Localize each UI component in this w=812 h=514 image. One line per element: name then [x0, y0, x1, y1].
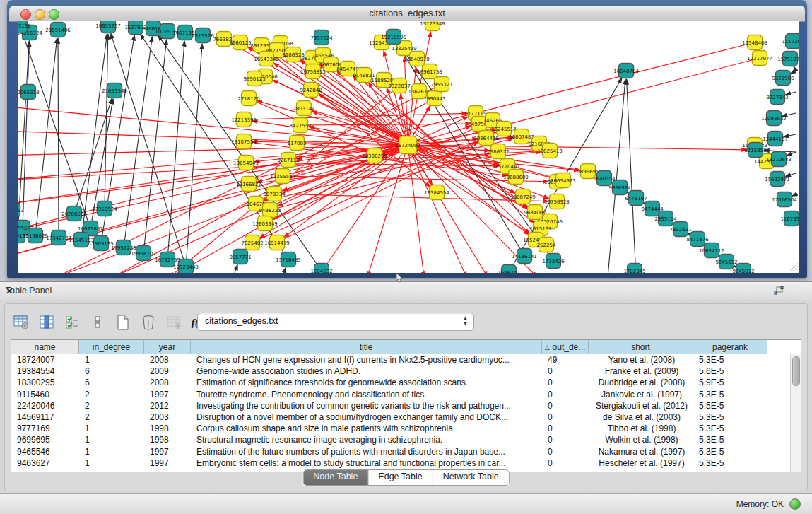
table-cell[interactable]: 1	[79, 434, 144, 445]
table-cell[interactable]: Disruption of a novel member of a sodium…	[191, 411, 542, 423]
graph-edge[interactable]	[167, 41, 184, 259]
table-cell[interactable]: 5.6E-5	[693, 366, 767, 377]
graph-edge[interactable]	[627, 79, 636, 273]
column-header-year[interactable]: year	[144, 340, 191, 354]
table-cell[interactable]: 9777169	[11, 423, 79, 434]
vertical-scrollbar[interactable]	[790, 354, 801, 472]
table-cell[interactable]: 1997	[144, 446, 191, 457]
graph-edge[interactable]	[18, 131, 408, 145]
column-header-in-degree[interactable]: in_degree	[79, 340, 144, 354]
graph-edge[interactable]	[792, 194, 796, 196]
column-header-out-de-[interactable]: △out_de...	[542, 340, 589, 354]
table-row[interactable]: 2242004622012Investigating the contribut…	[11, 400, 791, 411]
table-row[interactable]: 977716911998Corpus callosum shape and si…	[11, 423, 791, 434]
rows-icon[interactable]	[88, 313, 107, 332]
table-cell[interactable]: Structural magnetic resonance image aver…	[191, 434, 542, 445]
network-view-window[interactable]: citations_edges.txt 18724007766382286601…	[7, 0, 807, 278]
table-cell[interactable]: 9115460	[11, 389, 79, 400]
table-cell[interactable]: 0	[542, 423, 589, 434]
table-cell[interactable]: 0	[542, 400, 589, 411]
graph-edge[interactable]	[23, 33, 90, 228]
table-row[interactable]: 911546021997Tourette syndrome. Phenomeno…	[11, 389, 791, 400]
table-cell[interactable]: 0	[542, 377, 589, 388]
table-cell[interactable]: 6	[79, 377, 144, 388]
table-cell[interactable]: 2	[79, 389, 144, 400]
column-header-pagerank[interactable]: pagerank	[693, 340, 767, 354]
table-cell[interactable]: 18300295	[11, 377, 79, 388]
table-cell[interactable]: 1998	[144, 423, 191, 434]
table-cell[interactable]: 2	[79, 411, 144, 423]
table-cell[interactable]: 2008	[144, 377, 191, 388]
table-cell[interactable]: Genome-wide association studies in ADHD.	[191, 366, 542, 377]
table-cell[interactable]: 0	[542, 389, 589, 400]
table-cell[interactable]: Changes of HCN gene expression and I(f) …	[191, 354, 542, 366]
table-cell[interactable]: 5.3E-5	[693, 434, 767, 445]
network-graph[interactable]: 1872400776638228660125891295418226058982…	[18, 21, 799, 273]
table-cell[interactable]: 2008	[144, 354, 191, 366]
table-cell[interactable]: 18724007	[11, 354, 79, 366]
table-cell[interactable]: 5.3E-5	[693, 423, 767, 434]
table-cell[interactable]: Dudbridge et al. (2008)	[589, 377, 693, 388]
table-row[interactable]: 1872400712008Changes of HCN gene express…	[11, 354, 791, 366]
table-cell[interactable]: 0	[542, 366, 589, 377]
table-cell[interactable]: 19384554	[11, 366, 79, 377]
table-cell[interactable]: 5.3E-5	[693, 389, 767, 400]
table-cell[interactable]: 2009	[144, 366, 191, 377]
table-cell[interactable]: 1	[79, 423, 144, 434]
table-panel-titlebar[interactable]: Table Panel ✕	[0, 282, 812, 300]
table-cell[interactable]: 5.9E-5	[693, 377, 767, 388]
table-row[interactable]: 1830029562008Estimation of significance …	[11, 377, 791, 388]
table-cell[interactable]: Stergiakouli et al. (2012)	[589, 400, 693, 411]
column-header-short[interactable]: short	[589, 340, 693, 354]
graph-edge[interactable]	[284, 145, 408, 238]
graph-edge[interactable]	[794, 66, 796, 71]
table-cell[interactable]: 9463627	[11, 457, 79, 469]
table-cell[interactable]: Yano et al. (2008)	[589, 354, 693, 366]
table-cell[interactable]: 5.3E-5	[693, 446, 767, 457]
table-row[interactable]: 946554611997Estimation of the future num…	[11, 446, 791, 457]
table-cell[interactable]: 1997	[144, 389, 191, 400]
import-table-icon[interactable]	[165, 313, 183, 332]
table-cell[interactable]: 0	[542, 411, 589, 423]
table-cell[interactable]: 1	[79, 354, 144, 366]
column-select-icon[interactable]	[37, 313, 56, 332]
table-cell[interactable]: 1	[79, 457, 144, 469]
table-cell[interactable]: Tourette syndrome. Phenomenology and cla…	[191, 389, 542, 400]
tab-network-table[interactable]: Network Table	[433, 470, 509, 485]
graph-edge[interactable]	[790, 71, 796, 74]
tab-edge-table[interactable]: Edge Table	[368, 470, 433, 485]
network-window-titlebar[interactable]: citations_edges.txt	[9, 6, 805, 22]
close-panel-icon[interactable]: ✕	[6, 286, 802, 296]
table-row[interactable]: 946362711997Embryonic stem cells: a mode…	[11, 457, 791, 469]
table-header-row[interactable]: namein_degreeyeartitle△out_de...shortpag…	[11, 340, 801, 354]
table-row[interactable]: 1938455462009Genome-wide association stu…	[11, 366, 791, 377]
table-cell[interactable]: 1998	[144, 434, 191, 445]
table-cell[interactable]: 9465546	[11, 446, 79, 457]
table-cell[interactable]: Investigating the contribution of common…	[191, 400, 542, 411]
graph-edge[interactable]	[318, 94, 408, 145]
table-cell[interactable]: 5.3E-5	[693, 354, 767, 366]
table-cell[interactable]: de Silva et al. (2003)	[589, 411, 693, 423]
table-cell[interactable]: 2	[79, 400, 144, 411]
table-cell[interactable]: 14569117	[11, 411, 79, 423]
table-cell[interactable]: 2003	[144, 411, 191, 423]
graph-edge[interactable]	[787, 152, 796, 156]
table-cell[interactable]: Corpus callosum shape and size in male p…	[191, 423, 542, 434]
graph-edge[interactable]	[233, 264, 237, 273]
table-cell[interactable]: 9699695	[11, 434, 79, 445]
table-cell[interactable]: 22420046	[11, 400, 79, 411]
table-cell[interactable]: Tibbo et al. (1998)	[589, 423, 693, 434]
table-cell[interactable]: Estimation of the future numbers of pati…	[191, 446, 542, 457]
scrollbar-thumb[interactable]	[792, 356, 800, 386]
graph-edge[interactable]	[105, 34, 108, 209]
table-cell[interactable]: Hescheler et al. (1997)	[589, 457, 693, 469]
table-cell[interactable]: Jankovic et al. (1997)	[589, 389, 693, 400]
table-selector-dropdown[interactable]: citations_edges.txt ▲▼	[197, 313, 474, 331]
table-cell[interactable]: 2012	[144, 400, 191, 411]
table-cell[interactable]: Estimation of significance thresholds fo…	[191, 377, 542, 388]
graph-edge[interactable]	[35, 38, 57, 235]
table-cell[interactable]: Wolkin et al. (1998)	[589, 434, 693, 445]
new-file-icon[interactable]	[114, 313, 132, 332]
table-row[interactable]: 969969511998Structural magnetic resonanc…	[11, 434, 791, 445]
graph-edge[interactable]	[158, 35, 322, 271]
